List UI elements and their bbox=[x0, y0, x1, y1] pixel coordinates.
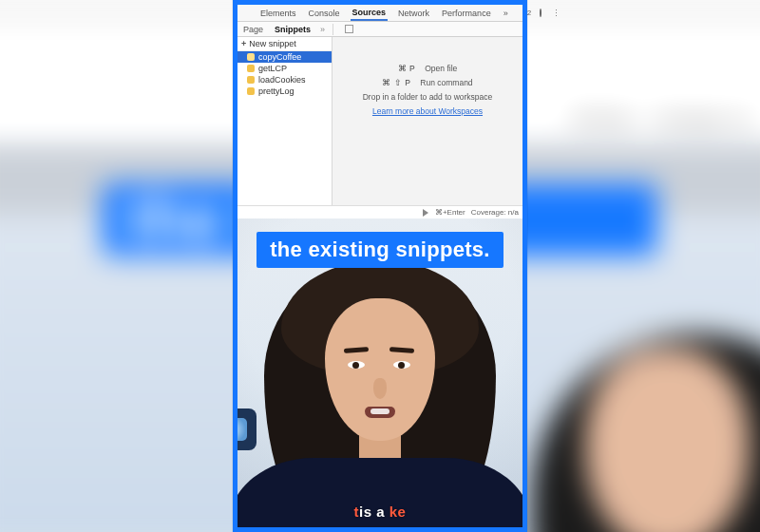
editor-placeholder: ⌘ POpen file ⌘ ⇧ PRun command Drop in a … bbox=[332, 37, 522, 205]
snippet-item[interactable]: copyCoffee bbox=[238, 51, 332, 63]
bg-status-cov: Coverage: n/a bbox=[653, 110, 750, 128]
snippet-icon bbox=[247, 76, 255, 84]
snippet-label: getLCP bbox=[258, 64, 287, 73]
snippet-item[interactable]: loadCookies bbox=[238, 74, 332, 86]
kebab-icon[interactable]: ⋮ bbox=[550, 9, 562, 18]
snippet-icon bbox=[247, 53, 255, 61]
devtools-panel: Elements Console Sources Network Perform… bbox=[238, 5, 522, 218]
new-snippet-label: New snippet bbox=[249, 39, 296, 48]
hint-drop: Drop in a folder to add to workspace bbox=[363, 92, 493, 102]
kbd-cmd: ⌘ ⇧ P bbox=[382, 78, 410, 87]
sources-subtabs: Page Snippets » bbox=[238, 22, 522, 37]
tab-console[interactable]: Console bbox=[307, 7, 342, 20]
video-frame: Elements Console Sources Network Perform… bbox=[233, 0, 527, 532]
snippet-icon bbox=[247, 87, 255, 95]
plus-icon: + bbox=[241, 39, 246, 48]
snippet-label: copyCoffee bbox=[258, 52, 301, 62]
tab-network[interactable]: Network bbox=[396, 7, 431, 20]
snippet-item[interactable]: prettyLog bbox=[238, 86, 332, 97]
hint-cmd-label: Run command bbox=[420, 78, 472, 87]
editor-pane-icon[interactable] bbox=[345, 25, 353, 33]
tab-overflow[interactable]: » bbox=[502, 7, 510, 20]
snippet-icon bbox=[247, 65, 255, 72]
warning-count: 2 bbox=[527, 9, 531, 17]
snippet-label: prettyLog bbox=[258, 86, 294, 96]
subtab-overflow[interactable]: » bbox=[320, 25, 325, 34]
kbd-open: ⌘ P bbox=[398, 64, 416, 73]
learn-more-link[interactable]: Learn more about Workspaces bbox=[372, 106, 483, 116]
snippet-label: loadCookies bbox=[258, 75, 306, 85]
tab-sources[interactable]: Sources bbox=[351, 6, 389, 21]
bg-status-run: ⌘+Enter bbox=[573, 110, 634, 128]
devtools-statusbar: ⌘+Enter Coverage: n/a bbox=[238, 205, 522, 218]
subtitle-caption: the existing snippets. bbox=[256, 232, 504, 268]
snippet-item[interactable]: getLCP bbox=[238, 63, 332, 74]
status-coverage: Coverage: n/a bbox=[471, 208, 519, 217]
snippets-sidebar: + New snippet copyCoffee getLCP loadCook… bbox=[238, 37, 332, 205]
status-run: ⌘+Enter bbox=[435, 208, 466, 217]
shirt-text: tis a ke bbox=[238, 504, 522, 520]
hint-open-label: Open file bbox=[425, 64, 457, 73]
subtab-page[interactable]: Page bbox=[241, 24, 265, 35]
devtools-tabbar: Elements Console Sources Network Perform… bbox=[238, 5, 522, 22]
run-icon[interactable] bbox=[423, 209, 428, 217]
tab-elements[interactable]: Elements bbox=[258, 7, 298, 20]
new-snippet-button[interactable]: + New snippet bbox=[238, 37, 332, 51]
tab-performance[interactable]: Performance bbox=[440, 7, 493, 20]
subtab-snippets[interactable]: Snippets bbox=[273, 24, 313, 35]
